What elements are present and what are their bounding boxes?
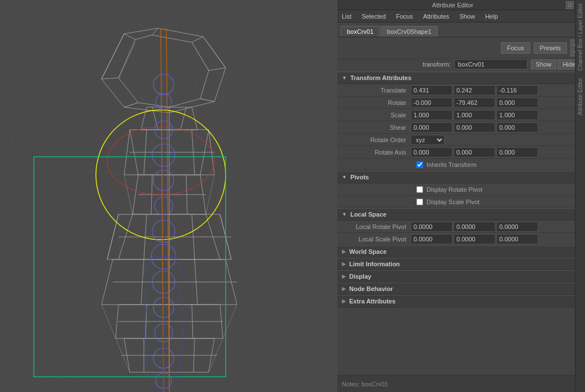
- rotate-x[interactable]: [411, 98, 452, 108]
- inherits-transform-checkbox[interactable]: [416, 161, 423, 168]
- menu-focus[interactable]: Focus: [394, 12, 415, 21]
- local-space-header[interactable]: ▼ Local Space: [337, 208, 585, 221]
- notes-bar: Notes: boxCrv01: [337, 375, 585, 392]
- shear-fields: [411, 122, 585, 133]
- rotate-axis-row: Rotate Axis: [337, 146, 585, 158]
- rotate-row: Rotate: [337, 96, 585, 109]
- local-scale-pivot-fields: [411, 234, 585, 244]
- rotate-axis-y[interactable]: [454, 147, 495, 157]
- local-rotate-pivot-row: Local Rotate Pivot: [337, 221, 585, 233]
- inherits-transform-row: Inherits Transform: [337, 158, 585, 171]
- translate-label: Translate: [337, 87, 411, 94]
- notes-text: Notes: boxCrv01: [342, 381, 388, 387]
- shear-label: Shear: [337, 124, 411, 131]
- shear-yz[interactable]: [496, 122, 538, 133]
- transform-arrow-icon: ▼: [342, 75, 347, 81]
- rotate-axis-fields: [411, 147, 585, 157]
- local-space-arrow-icon: ▼: [342, 212, 347, 217]
- transform-input[interactable]: [454, 59, 527, 69]
- top-controls: Focus Presets ▲ ▼: [337, 37, 585, 59]
- display-header[interactable]: ▶ Display: [337, 270, 585, 283]
- viewport-area[interactable]: [0, 0, 337, 392]
- side-label-channel-box[interactable]: Channel Box / Layer Editor: [577, 0, 583, 74]
- extra-attributes-label: Extra Attributes: [349, 298, 395, 305]
- menu-list[interactable]: List: [340, 12, 354, 21]
- local-space-content: Local Rotate Pivot Local Scale Pivot: [337, 221, 585, 245]
- translate-fields: [411, 85, 585, 95]
- extra-attributes-header[interactable]: ▶ Extra Attributes: [337, 295, 585, 307]
- scale-y[interactable]: [454, 110, 495, 120]
- local-space-label: Local Space: [350, 211, 386, 218]
- limit-information-label: Limit Information: [349, 261, 400, 267]
- menu-attributes[interactable]: Attributes: [421, 12, 451, 21]
- rotate-order-select[interactable]: xyz yzx zxy xzy yxz zyx: [411, 135, 445, 145]
- menu-bar: List Selected Focus Attributes Show Help: [337, 10, 585, 23]
- tab-boxcrv01[interactable]: boxCrv01: [341, 26, 380, 37]
- rotate-z[interactable]: [496, 98, 538, 108]
- translate-x[interactable]: [411, 85, 452, 95]
- local-scale-pivot-z[interactable]: [496, 234, 538, 244]
- display-rotate-pivot-label: Display Rotate Pivot: [426, 186, 482, 193]
- side-labels: Channel Box / Layer Editor Attribute Edi…: [575, 0, 585, 392]
- title-text: Attribute Editor: [340, 2, 566, 8]
- scale-z[interactable]: [496, 110, 538, 120]
- display-rotate-pivot-checkbox[interactable]: [416, 186, 423, 193]
- world-space-label: World Space: [349, 248, 386, 255]
- local-scale-pivot-label: Local Scale Pivot: [337, 236, 411, 243]
- minimize-button[interactable]: □: [566, 1, 574, 9]
- rotate-fields: [411, 98, 585, 108]
- limit-information-header[interactable]: ▶ Limit Information: [337, 258, 585, 270]
- local-rotate-pivot-label: Local Rotate Pivot: [337, 223, 411, 230]
- show-button[interactable]: Show: [531, 59, 557, 69]
- local-rotate-pivot-fields: [411, 222, 585, 232]
- presets-button[interactable]: Presets: [534, 42, 567, 54]
- attribute-content: ▼ Transform Attributes Translate Rotate: [337, 72, 585, 375]
- pivots-header[interactable]: ▼ Pivots: [337, 171, 585, 183]
- scale-x[interactable]: [411, 110, 452, 120]
- node-behavior-arrow-icon: ▶: [342, 286, 346, 292]
- rotate-order-fields: xyz yzx zxy xzy yxz zyx: [411, 135, 585, 145]
- menu-selected[interactable]: Selected: [359, 12, 388, 21]
- transform-attributes-header[interactable]: ▼ Transform Attributes: [337, 72, 585, 84]
- display-scale-pivot-checkbox[interactable]: [416, 199, 423, 205]
- transform-row: transform: Show Hide: [337, 59, 585, 72]
- local-scale-pivot-row: Local Scale Pivot: [337, 233, 585, 245]
- rotate-axis-label: Rotate Axis: [337, 149, 411, 156]
- local-scale-pivot-x[interactable]: [411, 234, 452, 244]
- tabs-bar: boxCrv01 boxCrv0Shape1: [337, 23, 585, 37]
- rotate-order-row: Rotate Order xyz yzx zxy xzy yxz zyx: [337, 134, 585, 146]
- display-arrow-icon: ▶: [342, 274, 346, 279]
- node-behavior-label: Node Behavior: [349, 285, 393, 292]
- tab-boxcrv0shape1[interactable]: boxCrv0Shape1: [381, 26, 438, 37]
- focus-button[interactable]: Focus: [501, 42, 530, 54]
- rotate-label: Rotate: [337, 99, 411, 106]
- shear-xz[interactable]: [454, 122, 495, 133]
- local-rotate-pivot-y[interactable]: [454, 222, 495, 232]
- display-scale-pivot-row: Display Scale Pivot: [337, 196, 585, 208]
- scale-fields: [411, 110, 585, 120]
- world-space-header[interactable]: ▶ World Space: [337, 245, 585, 258]
- rotate-axis-z[interactable]: [496, 147, 538, 157]
- shear-xy[interactable]: [411, 122, 452, 133]
- translate-z[interactable]: [496, 85, 538, 95]
- node-behavior-header[interactable]: ▶ Node Behavior: [337, 283, 585, 295]
- scale-row: Scale: [337, 109, 585, 121]
- local-rotate-pivot-x[interactable]: [411, 222, 452, 232]
- pivots-content: Display Rotate Pivot Display Scale Pivot: [337, 183, 585, 208]
- menu-show[interactable]: Show: [457, 12, 477, 21]
- rotate-y[interactable]: [454, 98, 495, 108]
- display-label: Display: [349, 273, 371, 280]
- display-rotate-pivot-row: Display Rotate Pivot: [337, 183, 585, 196]
- local-scale-pivot-y[interactable]: [454, 234, 495, 244]
- display-scale-pivot-label: Display Scale Pivot: [426, 199, 480, 205]
- side-label-attribute-editor[interactable]: Attribute Editor: [577, 74, 583, 118]
- transform-label: transform:: [423, 61, 451, 68]
- translate-y[interactable]: [454, 85, 495, 95]
- show-hide-buttons: Show Hide: [531, 59, 580, 69]
- menu-help[interactable]: Help: [483, 12, 500, 21]
- rotate-axis-x[interactable]: [411, 147, 452, 157]
- local-rotate-pivot-z[interactable]: [496, 222, 538, 232]
- title-bar: Attribute Editor □ ×: [337, 0, 585, 10]
- inherits-transform-label: Inherits Transform: [426, 161, 477, 168]
- transform-attributes-label: Transform Attributes: [350, 74, 411, 81]
